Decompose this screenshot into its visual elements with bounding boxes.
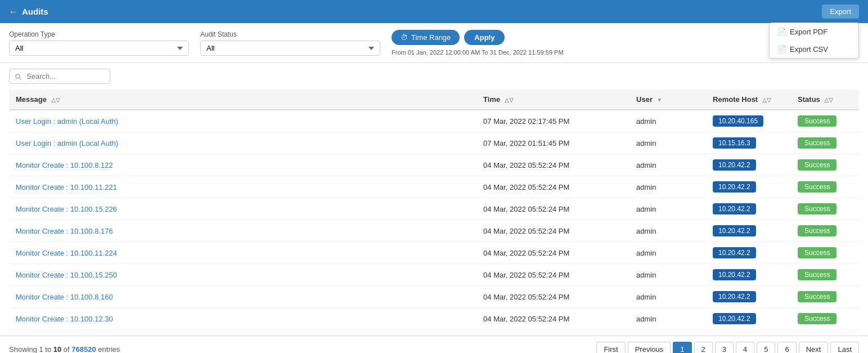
audit-status-select[interactable]: All — [200, 41, 380, 56]
col-remote-host-label: Remote Host — [713, 95, 758, 104]
operation-type-select[interactable]: All — [9, 41, 189, 56]
message-link-6[interactable]: Monitor Create : 10.100.11.224 — [16, 249, 117, 257]
cell-host-6: 10.20.42.2 — [706, 242, 791, 264]
cell-status-6: Success — [791, 242, 859, 264]
showing-text: Showing 1 to 10 of 768520 entries — [9, 345, 120, 353]
status-badge-9: Success — [798, 313, 836, 324]
cell-status-5: Success — [791, 220, 859, 242]
pagination-first[interactable]: First — [596, 342, 625, 353]
cell-status-2: Success — [791, 154, 859, 176]
pagination-page-1[interactable]: 1 — [673, 342, 691, 353]
cell-time-8: 04 Mar, 2022 05:52:24 PM — [476, 286, 629, 308]
search-input[interactable] — [9, 69, 110, 84]
pagination-last[interactable]: Last — [830, 342, 859, 353]
time-range-label: Time Range — [411, 33, 451, 42]
audit-table: Message △▽ Time △▽ User ▼ Remote Host △▽… — [9, 90, 859, 330]
cell-message-8: Monitor Create : 10.100.8.160 — [9, 286, 476, 308]
time-range-button[interactable]: ⏱ Time Range — [392, 30, 460, 45]
cell-user-7: admin — [629, 264, 706, 286]
pagination-previous[interactable]: Previous — [628, 342, 671, 353]
message-link-0[interactable]: User Login : admin (Local Auth) — [16, 117, 118, 126]
message-link-3[interactable]: Monitor Create : 10.100.11.221 — [16, 183, 117, 191]
message-link-5[interactable]: Monitor Create : 10.100.8.176 — [16, 227, 113, 235]
export-pdf-item[interactable]: 📄 Export PDF — [770, 23, 858, 41]
cell-host-4: 10.20.42.2 — [706, 198, 791, 220]
pagination-page-2[interactable]: 2 — [694, 342, 713, 353]
time-controls: ⏱ Time Range Apply From 01 Jan, 2022 12:… — [392, 30, 564, 56]
col-remote-host[interactable]: Remote Host △▽ — [706, 90, 791, 110]
cell-message-9: Monitor Create : 10.100.12.30 — [9, 308, 476, 330]
pagination-page-5[interactable]: 5 — [757, 342, 775, 353]
col-user-label: User — [636, 95, 653, 104]
export-button[interactable]: Export — [822, 5, 859, 19]
cell-status-3: Success — [791, 176, 859, 198]
message-link-7[interactable]: Monitor Create : 10.100.15.250 — [16, 271, 117, 279]
cell-time-1: 07 Mar, 2022 01:51:45 PM — [476, 132, 629, 154]
export-csv-item[interactable]: 📄 Export CSV — [770, 41, 858, 58]
col-status-label: Status — [798, 95, 820, 104]
col-message[interactable]: Message △▽ — [9, 90, 476, 110]
cell-user-1: admin — [629, 132, 706, 154]
export-pdf-label: Export PDF — [790, 28, 827, 36]
cell-host-9: 10.20.42.2 — [706, 308, 791, 330]
cell-time-7: 04 Mar, 2022 05:52:24 PM — [476, 264, 629, 286]
status-badge-5: Success — [798, 225, 836, 236]
cell-message-6: Monitor Create : 10.100.11.224 — [9, 242, 476, 264]
sort-icon-user: ▼ — [657, 97, 663, 103]
cell-user-0: admin — [629, 110, 706, 132]
export-dropdown: 📄 Export PDF 📄 Export CSV — [769, 23, 859, 59]
col-user[interactable]: User ▼ — [629, 90, 706, 110]
status-badge-4: Success — [798, 203, 836, 215]
cell-user-5: admin — [629, 220, 706, 242]
filter-bar: Operation Type All Audit Status All ⏱ Ti… — [0, 23, 868, 63]
cell-message-3: Monitor Create : 10.100.11.221 — [9, 176, 476, 198]
pagination: FirstPrevious123456NextLast — [596, 342, 859, 353]
remote-host-badge-6: 10.20.42.2 — [713, 247, 756, 258]
remote-host-badge-9: 10.20.42.2 — [713, 313, 756, 324]
pagination-next[interactable]: Next — [799, 342, 829, 353]
table-row: User Login : admin (Local Auth) 07 Mar, … — [9, 132, 859, 154]
cell-host-2: 10.20.42.2 — [706, 154, 791, 176]
cell-time-2: 04 Mar, 2022 05:52:24 PM — [476, 154, 629, 176]
audit-status-group: Audit Status All — [200, 30, 380, 56]
cell-host-8: 10.20.42.2 — [706, 286, 791, 308]
message-link-9[interactable]: Monitor Create : 10.100.12.30 — [16, 315, 113, 323]
showing-prefix: Showing 1 to — [9, 345, 53, 353]
message-link-4[interactable]: Monitor Create : 10.100.15.226 — [16, 205, 117, 213]
table-row: Monitor Create : 10.100.8.122 04 Mar, 20… — [9, 154, 859, 176]
remote-host-badge-5: 10.20.42.2 — [713, 225, 756, 236]
cell-time-0: 07 Mar, 2022 02:17:45 PM — [476, 110, 629, 132]
page-title: Audits — [22, 7, 48, 16]
apply-button[interactable]: Apply — [464, 30, 505, 45]
pagination-page-4[interactable]: 4 — [736, 342, 754, 353]
cell-time-9: 04 Mar, 2022 05:52:24 PM — [476, 308, 629, 330]
cell-status-9: Success — [791, 308, 859, 330]
table-row: Monitor Create : 10.100.11.221 04 Mar, 2… — [9, 176, 859, 198]
message-link-2[interactable]: Monitor Create : 10.100.8.122 — [16, 161, 113, 169]
operation-type-group: Operation Type All — [9, 30, 189, 56]
time-info: From 01 Jan, 2022 12:00:00 AM To 31 Dec,… — [392, 49, 564, 56]
col-time-label: Time — [483, 95, 500, 104]
cell-message-0: User Login : admin (Local Auth) — [9, 110, 476, 132]
cell-message-4: Monitor Create : 10.100.15.226 — [9, 198, 476, 220]
table-header-row: Message △▽ Time △▽ User ▼ Remote Host △▽… — [9, 90, 859, 110]
cell-user-2: admin — [629, 154, 706, 176]
status-badge-8: Success — [798, 291, 836, 302]
remote-host-badge-4: 10.20.42.2 — [713, 203, 756, 215]
cell-status-1: Success — [791, 132, 859, 154]
cell-user-9: admin — [629, 308, 706, 330]
status-badge-1: Success — [798, 137, 836, 149]
sort-icon-host: △▽ — [762, 97, 771, 103]
message-link-8[interactable]: Monitor Create : 10.100.8.160 — [16, 293, 113, 301]
col-status[interactable]: Status △▽ — [791, 90, 859, 110]
cell-time-4: 04 Mar, 2022 05:52:24 PM — [476, 198, 629, 220]
col-time[interactable]: Time △▽ — [476, 90, 629, 110]
cell-user-6: admin — [629, 242, 706, 264]
table-row: Monitor Create : 10.100.11.224 04 Mar, 2… — [9, 242, 859, 264]
pagination-page-6[interactable]: 6 — [777, 342, 796, 353]
message-link-1[interactable]: User Login : admin (Local Auth) — [16, 139, 118, 148]
status-badge-0: Success — [798, 115, 836, 127]
time-buttons: ⏱ Time Range Apply — [392, 30, 505, 45]
pagination-page-3[interactable]: 3 — [715, 342, 734, 353]
cell-user-3: admin — [629, 176, 706, 198]
